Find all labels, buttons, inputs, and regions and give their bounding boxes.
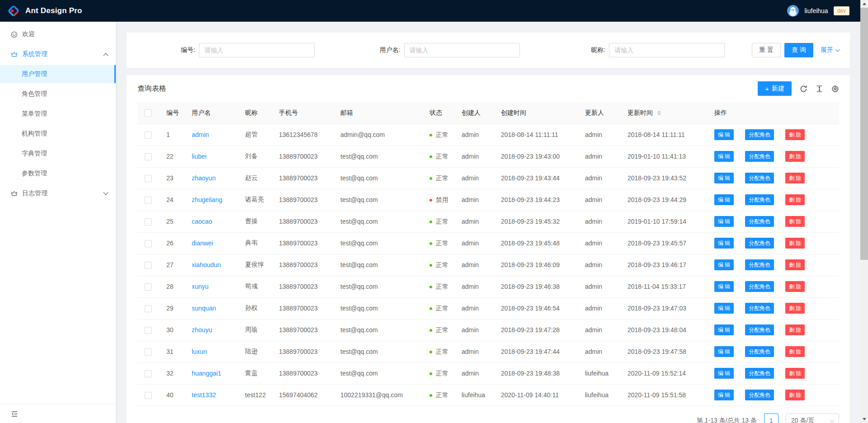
assign-role-button[interactable]: 分配角色 xyxy=(745,281,774,292)
vertical-scrollbar[interactable] xyxy=(860,0,868,423)
col-header-updated[interactable]: 更新时间 xyxy=(620,102,707,124)
assign-role-button[interactable]: 分配角色 xyxy=(745,173,774,183)
delete-button[interactable]: 删 除 xyxy=(785,151,805,162)
username-link[interactable]: caocao xyxy=(192,218,212,225)
assign-role-button[interactable]: 分配角色 xyxy=(745,151,774,162)
username-link[interactable]: zhaoyun xyxy=(192,174,216,182)
username-input[interactable] xyxy=(404,43,520,57)
sidebar-item-param-mgmt[interactable]: 参数管理 xyxy=(0,164,116,183)
divider xyxy=(739,218,740,225)
edit-button[interactable]: 编 辑 xyxy=(714,324,734,335)
sidebar-item-org-mgmt[interactable]: 机构管理 xyxy=(0,125,116,143)
edit-button[interactable]: 编 辑 xyxy=(714,259,734,270)
chevron-down-icon xyxy=(830,418,835,422)
assign-role-button[interactable]: 分配角色 xyxy=(745,194,774,205)
edit-button[interactable]: 编 辑 xyxy=(714,346,734,357)
row-checkbox[interactable] xyxy=(145,218,152,226)
cell-email: test@qq.com xyxy=(333,211,422,232)
assign-role-button[interactable]: 分配角色 xyxy=(745,368,774,379)
edit-button[interactable]: 编 辑 xyxy=(714,303,734,314)
username-link[interactable]: huanggai1 xyxy=(192,370,221,377)
row-checkbox[interactable] xyxy=(145,132,152,139)
username-link[interactable]: liubei xyxy=(192,153,207,160)
username-link[interactable]: xunyu xyxy=(192,283,208,290)
row-checkbox[interactable] xyxy=(145,305,152,312)
row-checkbox[interactable] xyxy=(145,283,152,291)
page-size-select[interactable]: 20 条/页 xyxy=(786,414,839,423)
nickname-input[interactable] xyxy=(609,43,725,57)
row-checkbox[interactable] xyxy=(145,175,152,182)
delete-button[interactable]: 删 除 xyxy=(785,129,805,140)
assign-role-button[interactable]: 分配角色 xyxy=(745,390,774,400)
edit-button[interactable]: 编 辑 xyxy=(714,216,734,227)
delete-button[interactable]: 删 除 xyxy=(785,390,805,400)
column-height-icon[interactable] xyxy=(816,85,823,93)
assign-role-button[interactable]: 分配角色 xyxy=(745,238,774,249)
header-username[interactable]: liufeihua xyxy=(804,7,828,14)
delete-button[interactable]: 删 除 xyxy=(785,173,805,183)
id-input[interactable] xyxy=(199,43,315,57)
username-link[interactable]: xiahoudun xyxy=(192,261,221,268)
assign-role-button[interactable]: 分配角色 xyxy=(745,259,774,270)
scroll-up-arrow-icon[interactable] xyxy=(860,0,868,8)
edit-button[interactable]: 编 辑 xyxy=(714,238,734,249)
delete-button[interactable]: 删 除 xyxy=(785,216,805,227)
sorter-icon[interactable] xyxy=(657,109,661,117)
row-checkbox[interactable] xyxy=(145,197,152,204)
new-button[interactable]: + 新建 xyxy=(758,81,792,96)
sidebar-item-menu-mgmt[interactable]: 菜单管理 xyxy=(0,105,116,123)
sidebar-item-role-mgmt[interactable]: 角色管理 xyxy=(0,85,116,103)
edit-button[interactable]: 编 辑 xyxy=(714,129,734,140)
username-link[interactable]: zhouyu xyxy=(192,326,212,334)
row-checkbox[interactable] xyxy=(145,153,152,160)
delete-button[interactable]: 删 除 xyxy=(785,281,805,292)
edit-button[interactable]: 编 辑 xyxy=(714,173,734,183)
page-1-button[interactable]: 1 xyxy=(764,414,778,423)
username-link[interactable]: test1332 xyxy=(192,391,216,399)
edit-button[interactable]: 编 辑 xyxy=(714,281,734,292)
user-avatar[interactable] xyxy=(787,5,799,17)
assign-role-button[interactable]: 分配角色 xyxy=(745,303,774,314)
edit-button[interactable]: 编 辑 xyxy=(714,390,734,400)
delete-button[interactable]: 删 除 xyxy=(785,324,805,335)
username-link[interactable]: luxun xyxy=(192,348,207,355)
scrollbar-thumb[interactable] xyxy=(860,8,868,260)
assign-role-button[interactable]: 分配角色 xyxy=(745,129,774,140)
username-link[interactable]: admin xyxy=(192,131,209,138)
sidebar-item-dict-mgmt[interactable]: 字典管理 xyxy=(0,145,116,163)
delete-button[interactable]: 删 除 xyxy=(785,303,805,314)
delete-button[interactable]: 删 除 xyxy=(785,238,805,249)
sidebar-submenu-system[interactable]: 系统管理 xyxy=(0,45,116,63)
query-button[interactable]: 查 询 xyxy=(784,43,813,57)
reload-icon[interactable] xyxy=(800,85,807,93)
delete-button[interactable]: 删 除 xyxy=(785,259,805,270)
sidebar-item-welcome[interactable]: 欢迎 xyxy=(0,25,116,43)
edit-button[interactable]: 编 辑 xyxy=(714,194,734,205)
expand-link[interactable]: 展开 xyxy=(821,46,839,54)
delete-button[interactable]: 删 除 xyxy=(785,194,805,205)
setting-icon[interactable] xyxy=(831,85,839,93)
sidebar-item-user-mgmt[interactable]: 用户管理 xyxy=(0,65,116,83)
row-checkbox[interactable] xyxy=(145,327,152,334)
row-checkbox[interactable] xyxy=(145,370,152,377)
username-link[interactable]: dianwei xyxy=(192,240,213,247)
delete-button[interactable]: 删 除 xyxy=(785,346,805,357)
select-all-checkbox[interactable] xyxy=(145,109,152,117)
edit-button[interactable]: 编 辑 xyxy=(714,151,734,162)
reset-button[interactable]: 重 置 xyxy=(752,43,781,57)
assign-role-button[interactable]: 分配角色 xyxy=(745,346,774,357)
menu-fold-icon[interactable] xyxy=(11,410,18,418)
delete-button[interactable]: 删 除 xyxy=(785,368,805,379)
username-link[interactable]: sunquan xyxy=(192,305,216,312)
row-checkbox[interactable] xyxy=(145,348,152,356)
sidebar-submenu-log[interactable]: 日志管理 xyxy=(0,184,116,202)
row-checkbox[interactable] xyxy=(145,240,152,247)
row-checkbox[interactable] xyxy=(145,392,152,399)
scroll-down-arrow-icon[interactable] xyxy=(860,415,868,423)
assign-role-button[interactable]: 分配角色 xyxy=(745,324,774,335)
assign-role-button[interactable]: 分配角色 xyxy=(745,216,774,227)
brand[interactable]: Ant Design Pro xyxy=(7,5,82,17)
row-checkbox[interactable] xyxy=(145,262,152,269)
edit-button[interactable]: 编 辑 xyxy=(714,368,734,379)
username-link[interactable]: zhugeliang xyxy=(192,196,222,203)
